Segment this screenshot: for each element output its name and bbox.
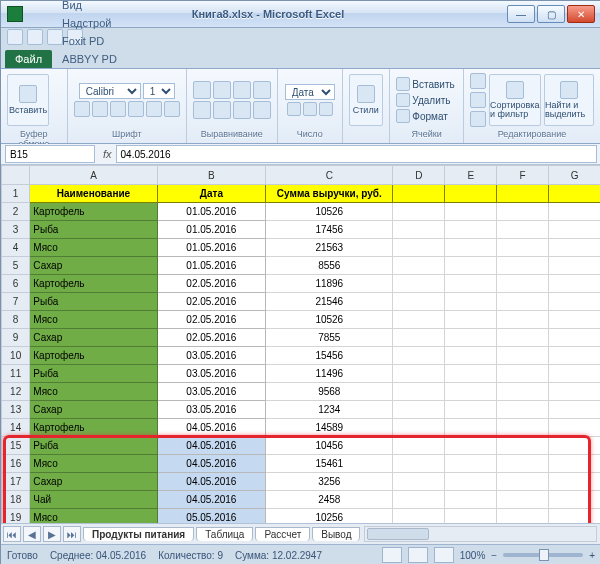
view-normal-button[interactable] (382, 547, 402, 563)
cell-date[interactable]: 04.05.2016 (157, 419, 265, 437)
tab-foxit pd[interactable]: Foxit PD (56, 32, 123, 50)
column-header[interactable]: F (497, 166, 549, 185)
cell-name[interactable]: Мясо (30, 311, 157, 329)
italic-icon[interactable] (92, 101, 108, 117)
horizontal-scrollbar[interactable] (364, 526, 597, 542)
cell-date[interactable]: 02.05.2016 (157, 293, 265, 311)
column-header[interactable]: B (157, 166, 265, 185)
tab-file[interactable]: Файл (5, 50, 52, 68)
align-top-icon[interactable] (193, 81, 211, 99)
font-name-select[interactable]: Calibri (79, 83, 141, 99)
percent-icon[interactable] (303, 102, 317, 116)
border-icon[interactable] (128, 101, 144, 117)
name-box[interactable]: B15 (5, 145, 95, 163)
cell-revenue[interactable]: 11496 (266, 365, 393, 383)
cell-name[interactable]: Рыба (30, 221, 157, 239)
cell-name[interactable]: Мясо (30, 455, 157, 473)
autosum-icon[interactable] (470, 73, 486, 89)
cell-revenue[interactable]: 7855 (266, 329, 393, 347)
row-header[interactable]: 2 (2, 203, 30, 221)
table-header-cell[interactable]: Наименование (30, 185, 157, 203)
row-header[interactable]: 7 (2, 293, 30, 311)
cell-name[interactable]: Картофель (30, 419, 157, 437)
zoom-out-button[interactable]: − (491, 550, 497, 561)
cell-name[interactable]: Рыба (30, 365, 157, 383)
font-color-icon[interactable] (164, 101, 180, 117)
sheet-tab[interactable]: Рассчет (255, 527, 310, 541)
table-header-cell[interactable]: Дата (157, 185, 265, 203)
cell-name[interactable]: Картофель (30, 275, 157, 293)
fx-icon[interactable]: fx (99, 148, 116, 160)
row-header[interactable]: 10 (2, 347, 30, 365)
number-format-select[interactable]: Дата (285, 84, 335, 100)
zoom-in-button[interactable]: + (589, 550, 595, 561)
view-pagebreak-button[interactable] (434, 547, 454, 563)
row-header[interactable]: 12 (2, 383, 30, 401)
cell-name[interactable]: Сахар (30, 329, 157, 347)
cell-date[interactable]: 04.05.2016 (157, 473, 265, 491)
row-header[interactable]: 17 (2, 473, 30, 491)
cell-revenue[interactable]: 8556 (266, 257, 393, 275)
tab-вид[interactable]: Вид (56, 0, 123, 14)
tab-abbyy pd[interactable]: ABBYY PD (56, 50, 123, 68)
cell-revenue[interactable]: 10526 (266, 311, 393, 329)
cell-revenue[interactable]: 11896 (266, 275, 393, 293)
cell-date[interactable]: 02.05.2016 (157, 275, 265, 293)
cell-revenue[interactable]: 3256 (266, 473, 393, 491)
row-header[interactable]: 18 (2, 491, 30, 509)
sheet-nav-next[interactable]: ▶ (43, 526, 61, 542)
row-header[interactable]: 6 (2, 275, 30, 293)
column-header[interactable]: C (266, 166, 393, 185)
scrollbar-thumb[interactable] (367, 528, 429, 540)
cell-revenue[interactable]: 17456 (266, 221, 393, 239)
cell-date[interactable]: 01.05.2016 (157, 239, 265, 257)
clear-icon[interactable] (470, 111, 486, 127)
table-header-cell[interactable]: Сумма выручки, руб. (266, 185, 393, 203)
row-header[interactable]: 1 (2, 185, 30, 203)
zoom-slider-thumb[interactable] (539, 549, 549, 561)
cell-revenue[interactable]: 1234 (266, 401, 393, 419)
cell-revenue[interactable]: 15456 (266, 347, 393, 365)
cell-date[interactable]: 05.05.2016 (157, 509, 265, 524)
cell-name[interactable]: Рыба (30, 437, 157, 455)
cell-name[interactable]: Картофель (30, 203, 157, 221)
cell-revenue[interactable]: 10256 (266, 509, 393, 524)
cell-date[interactable]: 03.05.2016 (157, 365, 265, 383)
zoom-slider[interactable] (503, 553, 583, 557)
close-button[interactable]: ✕ (567, 5, 595, 23)
cell-name[interactable]: Сахар (30, 257, 157, 275)
cell-name[interactable]: Сахар (30, 401, 157, 419)
cell-date[interactable]: 01.05.2016 (157, 203, 265, 221)
cell-date[interactable]: 02.05.2016 (157, 329, 265, 347)
currency-icon[interactable] (287, 102, 301, 116)
align-middle-icon[interactable] (213, 81, 231, 99)
cell-date[interactable]: 04.05.2016 (157, 437, 265, 455)
comma-icon[interactable] (319, 102, 333, 116)
row-header[interactable]: 13 (2, 401, 30, 419)
row-header[interactable]: 11 (2, 365, 30, 383)
cell-revenue[interactable]: 21546 (266, 293, 393, 311)
fill-color-icon[interactable] (146, 101, 162, 117)
row-header[interactable]: 8 (2, 311, 30, 329)
align-right-icon[interactable] (233, 101, 251, 119)
cell-name[interactable]: Мясо (30, 509, 157, 524)
cell-date[interactable]: 02.05.2016 (157, 311, 265, 329)
sheet-nav-last[interactable]: ⏭ (63, 526, 81, 542)
column-header[interactable]: E (445, 166, 497, 185)
styles-button[interactable]: Стили (349, 74, 383, 126)
cell-name[interactable]: Чай (30, 491, 157, 509)
find-select-button[interactable]: Найти и выделить (544, 74, 594, 126)
sheet-tab[interactable]: Вывод (312, 527, 360, 541)
paste-button[interactable]: Вставить (7, 74, 49, 126)
align-center-icon[interactable] (213, 101, 231, 119)
worksheet-grid[interactable]: A B C D E F G 1НаименованиеДатаСумма выр… (1, 165, 600, 523)
sheet-tab[interactable]: Продукты питания (83, 527, 194, 541)
cell-name[interactable]: Мясо (30, 239, 157, 257)
row-header[interactable]: 3 (2, 221, 30, 239)
sort-filter-button[interactable]: Сортировка и фильтр (489, 74, 541, 126)
sheet-tab[interactable]: Таблица (196, 527, 253, 541)
align-left-icon[interactable] (193, 101, 211, 119)
cell-name[interactable]: Картофель (30, 347, 157, 365)
cell-date[interactable]: 03.05.2016 (157, 401, 265, 419)
minimize-button[interactable]: — (507, 5, 535, 23)
